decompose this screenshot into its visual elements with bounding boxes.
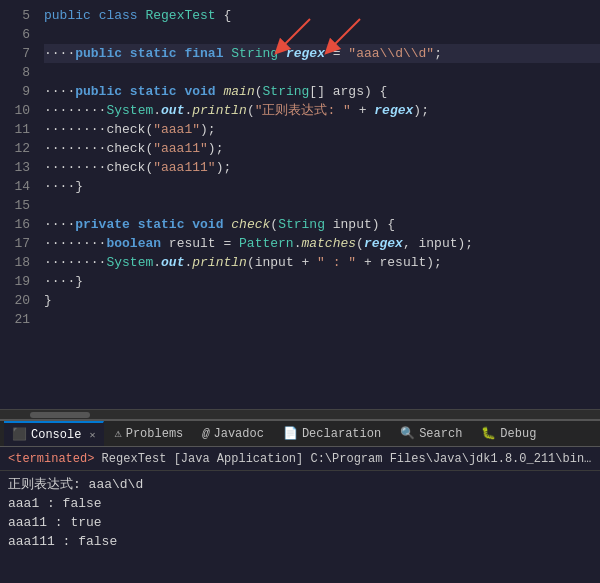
code-line: ····public static void main(String[] arg… xyxy=(44,82,600,101)
code-line xyxy=(44,25,600,44)
code-line-highlight: ····public static final String regex = "… xyxy=(44,44,600,63)
debug-icon: 🐛 xyxy=(481,426,496,441)
tab-console-label: Console xyxy=(31,428,81,442)
code-line: ····} xyxy=(44,177,600,196)
tab-search[interactable]: 🔍 Search xyxy=(392,421,471,446)
tab-declaration[interactable]: 📄 Declaration xyxy=(275,421,390,446)
code-line: } xyxy=(44,291,600,310)
code-container: 5 6 7 8 9 10 11 12 13 14 15 16 17 18 19 … xyxy=(0,0,600,419)
code-lines: public class RegexTest { ····public stat… xyxy=(36,4,600,419)
console-header: <terminated> RegexTest [Java Application… xyxy=(0,447,600,471)
code-line: ········check("aaa111"); xyxy=(44,158,600,177)
horizontal-scrollbar[interactable] xyxy=(0,409,600,419)
console-line-1: 正则表达式: aaa\d\d xyxy=(8,475,592,494)
code-line xyxy=(44,310,600,329)
tab-problems-label: Problems xyxy=(126,427,184,441)
close-icon[interactable]: ✕ xyxy=(89,429,95,441)
problems-icon: ⚠ xyxy=(114,426,121,441)
console-icon: ⬛ xyxy=(12,427,27,442)
javadoc-icon: @ xyxy=(202,427,209,441)
console-line-3: aaa11 : true xyxy=(8,513,592,532)
tab-debug-label: Debug xyxy=(500,427,536,441)
tabs-bar: ⬛ Console ✕ ⚠ Problems @ Javadoc 📄 Decla… xyxy=(0,421,600,447)
tab-problems[interactable]: ⚠ Problems xyxy=(106,421,192,446)
code-line: ········System.out.println("正则表达式: " + r… xyxy=(44,101,600,120)
tab-declaration-label: Declaration xyxy=(302,427,381,441)
declaration-icon: 📄 xyxy=(283,426,298,441)
tab-search-label: Search xyxy=(419,427,462,441)
tab-javadoc[interactable]: @ Javadoc xyxy=(194,421,273,446)
line-numbers: 5 6 7 8 9 10 11 12 13 14 15 16 17 18 19 … xyxy=(0,4,36,419)
tab-javadoc-label: Javadoc xyxy=(214,427,264,441)
bottom-panel: ⬛ Console ✕ ⚠ Problems @ Javadoc 📄 Decla… xyxy=(0,420,600,583)
code-line: ········check("aaa1"); xyxy=(44,120,600,139)
editor-area: 5 6 7 8 9 10 11 12 13 14 15 16 17 18 19 … xyxy=(0,0,600,420)
console-output: 正则表达式: aaa\d\d aaa1 : false aaa11 : true… xyxy=(0,471,600,583)
scrollbar-thumb[interactable] xyxy=(30,412,90,418)
code-line: ····private static void check(String inp… xyxy=(44,215,600,234)
search-icon: 🔍 xyxy=(400,426,415,441)
console-line-2: aaa1 : false xyxy=(8,494,592,513)
console-line-4: aaa111 : false xyxy=(8,532,592,551)
code-line: ········System.out.println(input + " : "… xyxy=(44,253,600,272)
code-line xyxy=(44,196,600,215)
code-line: ········boolean result = Pattern.matches… xyxy=(44,234,600,253)
code-line xyxy=(44,63,600,82)
code-line: public class RegexTest { xyxy=(44,6,600,25)
code-line: ····} xyxy=(44,272,600,291)
tab-debug[interactable]: 🐛 Debug xyxy=(473,421,545,446)
code-line: ········check("aaa11"); xyxy=(44,139,600,158)
console-header-text: RegexTest [Java Application] C:\Program … xyxy=(94,452,600,466)
tab-console[interactable]: ⬛ Console ✕ xyxy=(4,421,104,446)
terminated-label: <terminated> xyxy=(8,452,94,466)
